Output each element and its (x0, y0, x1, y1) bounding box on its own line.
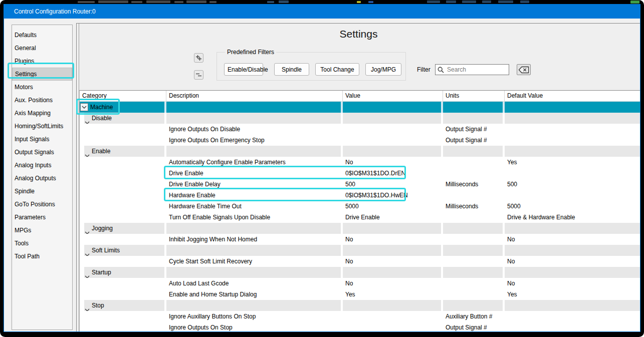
sidebar-item-tools[interactable]: Tools (12, 237, 72, 250)
backspace-x-icon (518, 66, 529, 74)
default-value-cell: 5000 (505, 201, 640, 212)
expander-button[interactable] (80, 103, 88, 111)
column-header-value[interactable]: Value (343, 91, 443, 101)
sidebar-item-spindle[interactable]: Spindle (12, 185, 72, 198)
units-cell (443, 267, 503, 278)
value-cell[interactable] (343, 322, 441, 332)
column-header-category[interactable]: Category (80, 91, 166, 101)
expand-all-button[interactable] (194, 53, 203, 63)
filter-search-input[interactable] (446, 66, 509, 74)
column-header-units[interactable]: Units (443, 91, 505, 101)
category-row-machine[interactable]: Machine (80, 102, 640, 113)
sidebar-item-axis-mapping[interactable]: Axis Mapping (12, 107, 72, 120)
setting-row-ignore-outputs-on-disable[interactable]: Ignore Outputs On DisableOutput Signal # (80, 124, 640, 135)
category-row-jogging[interactable]: Jogging (80, 223, 640, 234)
category-row-disable[interactable]: Disable (80, 113, 640, 124)
category-cell (80, 311, 164, 322)
sidebar-item-output-signals[interactable]: Output Signals (12, 146, 72, 159)
setting-row-ignore-auxillary-buttons-on-stop[interactable]: Ignore Auxillary Buttons On StopAuxiliar… (80, 311, 640, 322)
column-header-description[interactable]: Description (166, 91, 343, 101)
filter-button-tool-change[interactable]: Tool Change (315, 63, 359, 76)
expander-button[interactable] (85, 304, 90, 311)
description-cell: Cycle Start Soft Limit Recovery (166, 256, 341, 267)
sidebar-item-goto-positions[interactable]: GoTo Positions (12, 198, 72, 211)
sidebar-item-settings[interactable]: Settings (12, 68, 72, 81)
setting-row-cycle-start-soft-limit-recovery[interactable]: Cycle Start Soft Limit RecoveryNoNo (80, 256, 640, 267)
value-cell[interactable]: No (343, 278, 441, 289)
value-cell[interactable]: No (343, 157, 441, 168)
settings-grid: Category Description Value Units Default… (79, 90, 640, 332)
sidebar-item-defaults[interactable]: Defaults (12, 29, 72, 42)
setting-row-automatically-configure-enable-parameters[interactable]: Automatically Configure Enable Parameter… (80, 157, 640, 168)
double-minus-icon (195, 72, 202, 78)
category-row-soft-limits[interactable]: Soft Limits (80, 245, 640, 256)
chevron-down-icon (85, 150, 90, 157)
expander-button[interactable] (85, 150, 90, 157)
expander-button[interactable] (85, 271, 90, 278)
sidebar-list: DefaultsGeneralPluginsSettingsMotorsAux.… (12, 29, 72, 263)
sidebar-item-input-signals[interactable]: Input Signals (12, 133, 72, 146)
filter-button-enable-disable[interactable]: Enable/Disable (224, 63, 263, 76)
double-plus-icon (195, 55, 202, 61)
value-cell[interactable]: Yes (343, 289, 441, 300)
chevron-down-icon (85, 249, 90, 256)
description-cell (166, 146, 341, 157)
category-label: Machine (90, 102, 113, 113)
filter-button-spindle[interactable]: Spindle (274, 63, 309, 76)
description-cell: Drive Enable Delay (166, 179, 341, 190)
setting-row-turn-off-enable-signals-upon-disable[interactable]: Turn Off Enable Signals Upon DisableDriv… (80, 212, 640, 223)
setting-row-ignore-outputs-on-emergency-stop[interactable]: Ignore Outputs On Emergency StopOutput S… (80, 135, 640, 146)
description-cell: Hardware Enable (166, 190, 341, 201)
sidebar-item-analog-outputs[interactable]: Analog Outputs (12, 172, 72, 185)
setting-row-ignore-outputs-on-stop[interactable]: Ignore Outputs On StopOutput Signal # (80, 322, 640, 332)
description-cell (166, 102, 341, 113)
setting-row-drive-enable[interactable]: Drive Enable0$IO$M31$1DO.DrEN (80, 168, 640, 179)
value-cell[interactable]: Drive Enable (343, 212, 441, 223)
setting-row-hardware-enable-time-out[interactable]: Hardware Enable Time Out5000Milliseconds… (80, 201, 640, 212)
sidebar-item-aux-positions[interactable]: Aux. Positions (12, 94, 72, 107)
filter-button-jog-mpg[interactable]: Jog/MPG (365, 63, 401, 76)
sidebar-item-analog-inputs[interactable]: Analog Inputs (12, 159, 72, 172)
category-cell (80, 190, 164, 201)
setting-row-auto-load-last-gcode[interactable]: Auto Load Last GcodeNoNo (80, 278, 640, 289)
default-value-cell (505, 311, 640, 322)
sidebar-item-motors[interactable]: Motors (12, 81, 72, 94)
sidebar-item-plugins[interactable]: Plugins (12, 55, 72, 68)
sidebar-item-mpgs[interactable]: MPGs (12, 224, 72, 237)
sidebar-item-general[interactable]: General (12, 42, 72, 55)
collapse-all-button[interactable] (194, 70, 203, 80)
default-value-cell (505, 135, 640, 146)
category-label: Stop (92, 300, 104, 311)
expander-button[interactable] (85, 227, 90, 234)
units-cell (443, 102, 503, 113)
value-cell[interactable]: 0$IO$M31$1DO.DrEN (343, 168, 441, 179)
setting-row-drive-enable-delay[interactable]: Drive Enable Delay500Milliseconds500 (80, 179, 640, 190)
units-cell: Milliseconds (443, 179, 503, 190)
sidebar-item-parameters[interactable]: Parameters (12, 211, 72, 224)
setting-row-hardware-enable[interactable]: Hardware Enable0$IO$M31$1DO.HwEN (80, 190, 640, 201)
title-bar[interactable]: Control Configuration Router:0 (4, 5, 640, 19)
expander-button[interactable] (85, 249, 90, 256)
value-cell (343, 113, 441, 124)
column-header-default-value[interactable]: Default Value (505, 91, 640, 101)
category-row-enable[interactable]: Enable (80, 146, 640, 157)
value-cell[interactable] (343, 311, 441, 322)
setting-row-enable-and-home-startup-dialog[interactable]: Enable and Home Startup DialogYesYes (80, 289, 640, 300)
value-cell[interactable] (343, 124, 441, 135)
category-cell (80, 212, 164, 223)
setting-row-inhibit-jogging-when-not-homed[interactable]: Inhibit Jogging When Not HomedNoNo (80, 234, 640, 245)
sidebar-item-tool-path[interactable]: Tool Path (12, 250, 72, 263)
expander-button[interactable] (85, 117, 90, 124)
clear-filter-button[interactable] (517, 64, 531, 75)
value-cell[interactable]: 5000 (343, 201, 441, 212)
value-cell[interactable]: No (343, 256, 441, 267)
value-cell[interactable]: 0$IO$M31$1DO.HwEN (343, 190, 441, 201)
description-cell: Ignore Outputs On Disable (166, 124, 341, 135)
sidebar-item-homing-softlimits[interactable]: Homing/SoftLimits (12, 120, 72, 133)
chevron-down-icon (85, 304, 90, 311)
value-cell[interactable]: No (343, 234, 441, 245)
value-cell[interactable] (343, 135, 441, 146)
value-cell[interactable]: 500 (343, 179, 441, 190)
category-row-stop[interactable]: Stop (80, 300, 640, 311)
category-row-startup[interactable]: Startup (80, 267, 640, 278)
